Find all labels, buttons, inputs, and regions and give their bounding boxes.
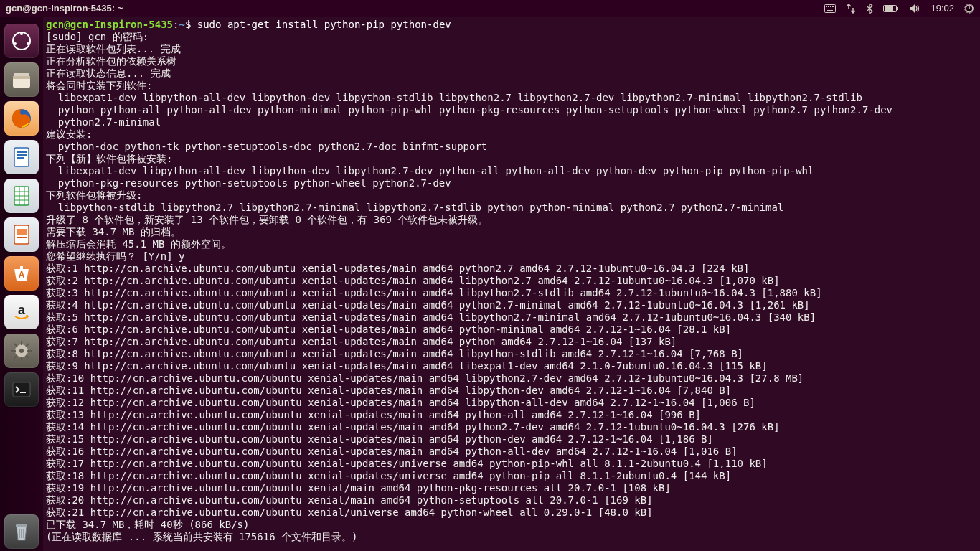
svg-line-36 [26,355,29,358]
amazon-icon[interactable]: a [4,295,39,329]
svg-line-35 [14,344,17,347]
clock[interactable]: 19:02 [930,3,954,14]
prompt-dollar: $ [185,19,197,30]
libreoffice-calc-icon[interactable] [4,179,39,213]
trash-icon[interactable] [4,514,39,549]
svg-point-13 [27,42,29,45]
svg-point-39 [19,349,24,353]
svg-rect-2 [828,6,829,7]
active-window-title: gcn@gcn-Inspiron-5435: ~ [6,3,123,14]
terminal-icon[interactable] [4,372,39,407]
svg-rect-8 [885,6,893,11]
svg-rect-25 [17,229,27,235]
svg-rect-21 [17,154,27,156]
keyboard-indicator-icon[interactable] [824,4,836,13]
svg-rect-4 [832,6,834,7]
session-indicator-icon[interactable] [964,4,974,14]
unity-launcher: A a [0,17,43,551]
terminal-output: [sudo] gcn 的密码: 正在读取软件包列表... 完成 正在分析软件包的… [46,31,977,543]
libreoffice-writer-icon[interactable] [4,140,39,174]
prompt-user: gcn@gcn-Inspiron-5435 [46,19,173,30]
svg-text:a: a [18,303,26,317]
svg-rect-1 [826,6,827,7]
entered-command: sudo apt-get install python-pip python-d… [197,19,451,30]
svg-rect-26 [17,237,27,238]
svg-rect-20 [17,151,27,153]
svg-rect-7 [897,7,898,10]
svg-point-14 [14,42,17,45]
svg-rect-22 [17,157,24,159]
svg-line-37 [26,344,29,347]
svg-rect-17 [13,76,30,79]
svg-rect-3 [830,6,831,7]
svg-rect-5 [827,10,833,11]
svg-line-38 [14,355,17,358]
svg-rect-40 [13,382,30,397]
ubuntu-software-icon[interactable]: A [4,256,39,291]
svg-rect-42 [16,524,27,527]
svg-point-12 [20,32,23,35]
battery-indicator-icon[interactable] [883,4,899,13]
dash-icon[interactable] [4,24,39,58]
libreoffice-impress-icon[interactable] [4,217,39,252]
network-indicator-icon[interactable] [846,4,856,14]
files-icon[interactable] [4,62,39,97]
bluetooth-indicator-icon[interactable] [866,3,873,14]
sound-indicator-icon[interactable] [909,4,920,14]
terminal-window[interactable]: gcn@gcn-Inspiron-5435:~$ sudo apt-get in… [43,17,980,551]
settings-icon[interactable] [4,334,39,368]
prompt-path: ~ [179,19,184,30]
firefox-icon[interactable] [4,101,39,136]
svg-text:A: A [19,270,25,280]
top-panel: gcn@gcn-Inspiron-5435: ~ 19:02 [0,0,980,17]
